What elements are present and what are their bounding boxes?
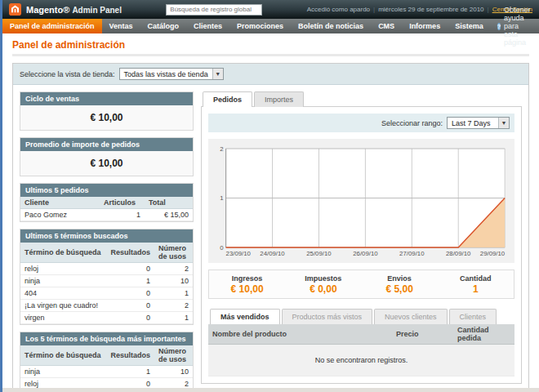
tab-orders[interactable]: Pedidos	[203, 91, 252, 107]
table-cell: 0	[107, 300, 155, 312]
column-header: Nombre del producto	[208, 324, 392, 345]
total-revenue: Ingresos € 10,00	[209, 274, 285, 295]
top-search-terms-card: Los 5 términos de búsqueda más important…	[20, 332, 194, 392]
app-title: Magento® Admin Panel	[26, 5, 122, 15]
table-cell: 0	[107, 287, 155, 300]
page-help-link[interactable]: ? Obtener ayuda para esta página	[491, 19, 539, 33]
card-title: Ciclo de ventas	[20, 92, 193, 105]
column-header: Precio	[392, 324, 453, 345]
grid-tabs: Más vendidos Productos más vistos Nuevos…	[208, 309, 514, 324]
table-cell: 2	[154, 263, 193, 275]
main-nav: Panel de administración Ventas Catálogo …	[2, 19, 539, 33]
dashboard-right-column: Pedidos Importes Seleccionar rango: Last…	[201, 91, 522, 392]
x-tick-label: 23/09/10	[226, 250, 252, 257]
nav-item-catalog[interactable]: Catálogo	[140, 19, 187, 33]
tab-bestsellers[interactable]: Más vendidos	[210, 309, 280, 324]
range-select[interactable]: Last 7 Days ▼	[447, 117, 510, 129]
column-header: Número de usos	[154, 243, 193, 263]
y-tick-label: 2	[220, 145, 223, 153]
title-divider	[12, 54, 529, 56]
column-header: Cliente	[20, 197, 100, 209]
x-tick-label: 24/09/10	[260, 250, 285, 257]
table-row: 40401	[20, 287, 193, 300]
y-tick-label: 1	[220, 194, 223, 202]
x-tick-label: 28/09/10	[446, 250, 471, 257]
nav-item-reports[interactable]: Informes	[402, 19, 448, 33]
column-header: Término de búsqueda	[20, 243, 107, 263]
total-shipping: Envios € 5,00	[362, 274, 438, 295]
chart-panel: Seleccionar rango: Last 7 Days ▼ 01223/0…	[201, 106, 522, 384]
table-cell: 404	[20, 287, 107, 300]
orders-area-chart: 01223/09/1024/09/1025/09/1026/09/1027/09…	[213, 144, 510, 258]
table-header-row: Término de búsquedaResultadosNúmero de u…	[20, 345, 193, 366]
nav-item-dashboard[interactable]: Panel de administración	[2, 19, 102, 33]
lifetime-sales-card: Ciclo de ventas € 10,00	[20, 91, 194, 131]
table-header-row: ClienteArticulosTotal	[20, 197, 193, 209]
table-cell: reloj	[20, 263, 107, 275]
table-cell: 10	[154, 275, 193, 287]
column-header: Total	[145, 197, 193, 209]
nav-item-customers[interactable]: Clientes	[186, 19, 229, 33]
column-header: Resultados	[107, 345, 155, 366]
nav-item-promotions[interactable]: Promociones	[229, 19, 291, 33]
column-header: Articulos	[100, 197, 145, 209]
lifetime-sales-value: € 10,00	[20, 105, 193, 130]
global-search-input[interactable]	[166, 4, 262, 16]
total-tax: Impuestos € 0,00	[285, 274, 361, 295]
nav-item-newsletter[interactable]: Boletín de noticias	[291, 19, 371, 33]
table-cell: Paco Gomez	[20, 209, 100, 221]
chart-tabs: Pedidos Importes	[201, 91, 522, 107]
column-header: Resultados	[107, 243, 155, 263]
card-title: Los 5 términos de búsqueda más important…	[20, 332, 193, 345]
range-label: Seleccionar rango:	[381, 119, 443, 127]
nav-item-sales[interactable]: Ventas	[102, 19, 140, 33]
top-search-terms-table: Término de búsquedaResultadosNúmero de u…	[20, 345, 193, 392]
totals-bar: Ingresos € 10,00 Impuestos € 0,00 Envios…	[208, 270, 514, 299]
table-cell: ninja	[20, 275, 107, 287]
current-date: miércoles 29 de septiembre de 2010	[378, 6, 483, 13]
x-tick-label: 27/09/10	[399, 250, 425, 257]
table-header-row: Nombre del productoPrecioCantidad pedida	[208, 324, 514, 345]
bestsellers-table: Nombre del productoPrecioCantidad pedida…	[208, 324, 514, 376]
bestsellers-grid: Nombre del productoPrecioCantidad pedida…	[208, 324, 514, 376]
table-cell: 1	[107, 366, 155, 378]
chevron-down-icon: ▼	[212, 69, 223, 79]
range-bar: Seleccionar rango: Last 7 Days ▼	[208, 114, 514, 132]
total-quantity: Cantidad 1	[438, 274, 514, 295]
table-cell: 10	[154, 366, 193, 378]
card-title: Promedio de importe de pedidos	[20, 138, 193, 151]
average-orders-value: € 10,00	[20, 151, 193, 176]
x-tick-label: 25/09/10	[306, 250, 332, 257]
store-view-select[interactable]: Todas las vistas de tienda ▼	[119, 68, 224, 80]
table-cell: 1	[107, 275, 155, 287]
table-cell: ninja	[20, 366, 107, 378]
tab-most-viewed[interactable]: Productos más vistos	[282, 309, 373, 324]
magento-logo-icon	[9, 3, 21, 16]
orders-chart: 01223/09/1024/09/1025/09/1026/09/1027/09…	[208, 139, 514, 263]
tab-customers[interactable]: Clientes	[449, 309, 497, 324]
store-switcher-label: Seleccione la vista de tienda:	[20, 70, 115, 78]
x-tick-label: 29/09/10	[480, 250, 506, 257]
table-header-row: Término de búsquedaResultadosNúmero de u…	[20, 243, 193, 263]
table-row: virgen01	[20, 312, 193, 324]
chevron-down-icon: ▼	[498, 118, 509, 128]
table-cell: 2	[154, 300, 193, 312]
empty-row: No se encontraron registros.	[208, 345, 514, 376]
table-row: ninja110	[20, 366, 193, 378]
nav-item-cms[interactable]: CMS	[371, 19, 402, 33]
table-row: Paco Gomez1€ 15,00	[20, 209, 193, 221]
tab-amounts[interactable]: Importes	[254, 91, 304, 107]
table-cell: ¡La virgen que cuadro!	[20, 300, 107, 312]
tab-new-customers[interactable]: Nuevos clientes	[374, 309, 448, 324]
store-switcher-bar: Seleccione la vista de tienda: Todas las…	[13, 64, 528, 85]
nav-item-system[interactable]: Sistema	[448, 19, 491, 33]
help-icon: ?	[497, 23, 501, 30]
table-cell: 1	[154, 287, 193, 300]
table-row: reloj02	[20, 263, 193, 275]
page-title: Panel de administración	[12, 39, 529, 51]
top-header: Magento® Admin Panel Accedió como apardo…	[2, 0, 539, 19]
table-cell: 0	[107, 312, 155, 324]
dashboard-left-column: Ciclo de ventas € 10,00 Promedio de impo…	[20, 91, 194, 392]
column-header: Término de búsqueda	[20, 345, 107, 366]
last-search-terms-table: Término de búsquedaResultadosNúmero de u…	[20, 243, 193, 324]
